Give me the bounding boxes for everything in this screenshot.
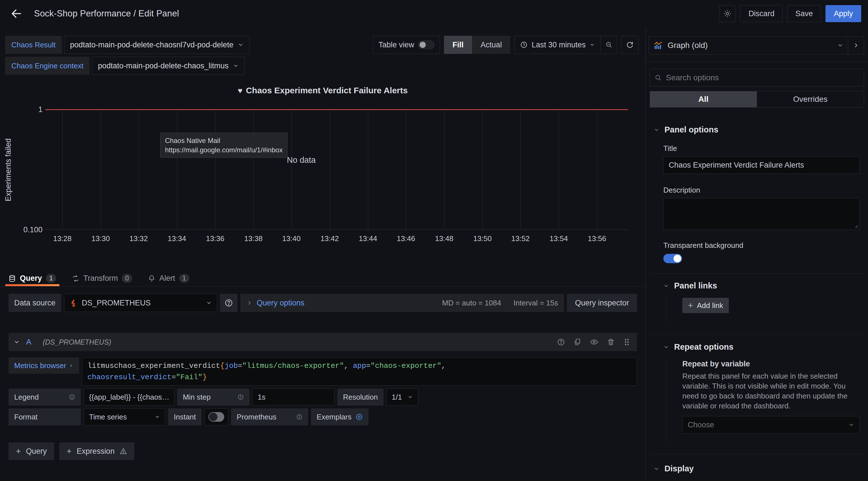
section-repeat-options[interactable]: Repeat options [663,342,864,352]
section-panel-options[interactable]: Panel options [650,125,864,134]
chevron-right-icon [247,300,252,306]
chevron-down-icon [238,42,244,48]
panel-description-textarea[interactable] [663,198,860,230]
tab-all[interactable]: All [650,91,757,107]
instant-toggle[interactable] [205,409,228,425]
y-tick: 0.100 [1,226,42,234]
panel-header[interactable]: ♥Chaos Experiment Verdict Failure Alerts [0,86,646,95]
variable-value-dropdown[interactable]: podtato-main-pod-delete-chaosnl7vd-pod-d… [64,36,249,54]
save-button[interactable]: Save [787,5,821,22]
plus-icon: + [16,446,21,456]
graph-viz-icon [653,40,663,50]
format-select[interactable]: Time series [84,409,165,425]
drag-handle-icon[interactable] [623,338,630,346]
tab-transform[interactable]: Transform 0 [72,271,132,286]
visualization-select[interactable]: Graph (old) [649,37,848,54]
promql-line-1: litmuschaos_experiment_verdict{job="litm… [87,360,631,371]
info-icon [296,414,303,420]
panel-toolbar: Table view Fill Actual Last 30 minutes [373,36,639,54]
tab-alert[interactable]: Alert 1 [148,271,189,286]
zoom-out-button[interactable] [600,36,617,54]
query-inspector-button[interactable]: Query inspector [567,294,637,312]
apply-button[interactable]: Apply [826,5,861,22]
promql-expression-input[interactable]: litmuschaos_experiment_verdict{job="litm… [82,357,637,386]
exemplars-eye-icon[interactable] [355,413,363,421]
info-icon [238,394,244,400]
chevron-down-icon [233,63,239,69]
repeat-variable-select[interactable]: Choose [682,416,860,433]
resolution-label: Resolution [337,389,383,405]
query-ref-id: A [26,337,31,347]
fill-option[interactable]: Fill [444,36,472,54]
time-range-label: Last 30 minutes [531,40,586,49]
query-options-toggle[interactable]: Query options [257,299,305,307]
add-expression-button[interactable]: + Expression [59,443,134,460]
collapse-options-pane-button[interactable] [848,37,864,54]
y-axis-label: Experiments failed [4,115,13,225]
options-search-input[interactable] [666,73,859,82]
time-range-button[interactable]: Last 30 minutes [515,36,600,54]
refresh-button[interactable] [621,36,639,54]
actual-option[interactable]: Actual [472,36,510,54]
panel-settings-button[interactable] [719,5,736,22]
panel-title-text: Chaos Experiment Verdict Failure Alerts [246,86,408,95]
transform-icon [72,275,80,282]
metrics-browser-button[interactable]: Metrics browser [8,357,79,374]
plot-area[interactable] [45,109,628,230]
x-tick: 13:48 [429,234,460,243]
tab-count-badge: 1 [179,274,189,283]
query-card-header[interactable]: A (DS_PROMETHEUS) [8,333,637,351]
min-step-input[interactable] [252,389,335,405]
resolution-select[interactable]: 1/1 [386,389,418,405]
chevron-down-icon [590,42,595,48]
chevron-down-icon [155,414,160,419]
tab-query[interactable]: Query 1 [8,271,56,286]
table-view-toggle[interactable] [418,40,435,49]
variable-chaos-result: Chaos Result podtato-main-pod-delete-cha… [5,36,249,54]
add-link-button[interactable]: + Add link [682,298,729,313]
discard-button[interactable]: Discard [740,5,783,22]
promql-line-2: chaosresult_verdict="Fail"} [87,371,631,383]
legend-label: Legend [8,389,81,405]
section-display[interactable]: Display [650,464,864,473]
visualization-name: Graph (old) [668,41,708,50]
transparent-bg-toggle[interactable] [663,254,682,263]
resize-handle-icon[interactable] [854,224,858,228]
dashboard-variables: Chaos Result podtato-main-pod-delete-cha… [5,36,249,75]
x-tick: 13:40 [276,234,307,243]
editor-tabs: Query 1 Transform 0 Alert 1 [0,271,646,287]
chevron-down-icon [206,300,212,306]
y-tick: 1 [1,105,42,114]
x-tick: 13:34 [161,234,192,243]
section-panel-links[interactable]: Panel links [663,281,864,291]
query-editor: Data source DS_PROMETHEUS Query o [0,287,646,460]
trash-icon[interactable] [607,338,615,346]
datasource-picker[interactable]: DS_PROMETHEUS [64,294,217,312]
tab-overrides[interactable]: Overrides [757,91,864,107]
panel-edit-main: Chaos Result podtato-main-pod-delete-cha… [0,27,646,481]
duplicate-icon[interactable] [574,338,581,346]
x-tick: 13:52 [505,234,536,243]
chevron-down-icon[interactable] [13,339,20,345]
chevron-right-icon [69,363,73,368]
variable-value-dropdown[interactable]: podtato-main-pod-delete-chaos_litmus [92,57,245,75]
chevron-down-icon [663,344,669,350]
datasource-label: Data source [8,294,61,312]
chevron-down-icon [654,466,659,472]
legend-format-input[interactable] [84,389,174,405]
help-circle-icon[interactable] [557,338,565,346]
tab-count-badge: 1 [46,274,56,283]
datasource-help-button[interactable] [220,294,238,312]
panel-title-input[interactable] [663,156,860,174]
panel-options-sidebar: Graph (old) All Overrides Pan [646,27,868,481]
variable-value: podtato-main-pod-delete-chaos_litmus [98,62,228,70]
options-search[interactable] [650,69,864,87]
back-arrow-icon[interactable] [10,6,26,22]
query-datasource-hint: (DS_PROMETHEUS) [43,338,112,346]
x-tick: 13:30 [85,234,116,243]
query-card-a: A (DS_PROMETHEUS) [8,333,637,425]
plus-icon: + [67,446,72,456]
eye-icon[interactable] [590,338,598,346]
variable-chaos-engine-context: Chaos Engine context podtato-main-pod-de… [5,57,249,75]
add-query-button[interactable]: + Query [8,443,54,460]
